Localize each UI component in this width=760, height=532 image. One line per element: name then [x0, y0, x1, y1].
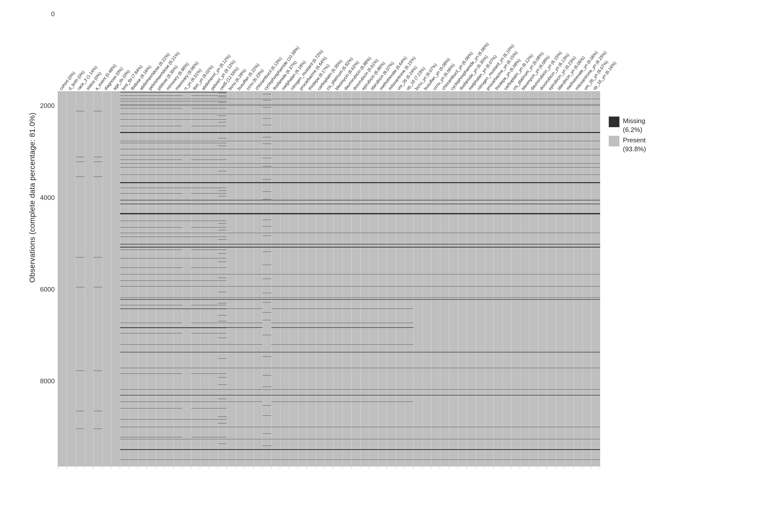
legend-label: Missing(6.2%): [623, 117, 645, 134]
legend-label: Present(93.8%): [623, 136, 646, 154]
y-axis-ticks: 02000400060008000: [40, 10, 55, 385]
legend: Missing(6.2%)Present(93.8%): [609, 117, 646, 155]
missingness-heatmap: [58, 91, 600, 466]
x-axis-ticks: [58, 466, 600, 470]
legend-item: Present(93.8%): [609, 136, 646, 154]
y-axis-label: Observations (complete data percentage: …: [28, 113, 36, 283]
legend-swatch: [609, 117, 619, 127]
legend-swatch: [609, 136, 619, 146]
legend-item: Missing(6.2%): [609, 117, 646, 134]
column-labels: cohort (0%)d_birth (0%)race_3 (1.14%)sta…: [58, 10, 600, 91]
